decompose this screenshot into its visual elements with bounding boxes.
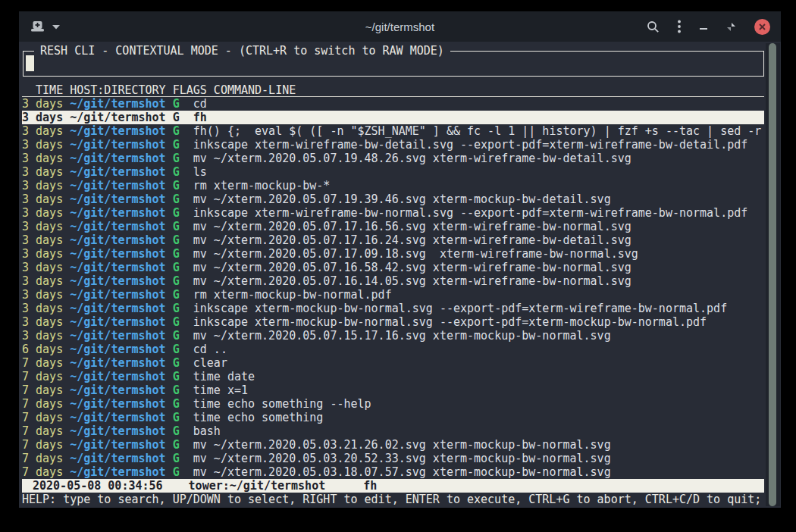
history-row[interactable]: 3 days ~/git/termshot G inkscape xterm-w… <box>22 138 764 152</box>
history-row[interactable]: 7 days ~/git/termshot G mv ~/xterm.2020.… <box>22 438 764 452</box>
row-flags: G <box>173 370 193 383</box>
row-flags: G <box>173 302 193 315</box>
row-command: mv ~/xterm.2020.05.07.19.48.26.svg xterm… <box>193 152 631 165</box>
scrollbar-handle[interactable] <box>769 43 776 506</box>
row-directory: ~/git/termshot <box>70 274 172 288</box>
history-row[interactable]: 3 days ~/git/termshot G mv ~/xterm.2020.… <box>22 220 764 233</box>
history-row[interactable]: 3 days ~/git/termshot G mv ~/xterm.2020.… <box>22 233 764 247</box>
row-directory: ~/git/termshot <box>70 411 172 424</box>
row-flags: G <box>173 288 193 302</box>
row-flags: G <box>173 424 193 438</box>
row-directory: ~/git/termshot <box>70 438 172 452</box>
history-row[interactable]: 3 days ~/git/termshot G inkscape xterm-w… <box>22 206 764 220</box>
history-row[interactable]: 3 days ~/git/termshot G cd <box>22 97 764 111</box>
row-flags: G <box>173 356 193 370</box>
status-bar: 2020-05-08 00:34:56tower:~/git/termshotf… <box>22 479 764 493</box>
history-row[interactable]: 3 days ~/git/termshot G fh() {; eval $( … <box>22 124 764 138</box>
history-row[interactable]: 3 days ~/git/termshot G fh <box>22 111 764 124</box>
row-flags: G <box>173 220 193 233</box>
scrollbar-track[interactable] <box>766 43 780 506</box>
row-directory: ~/git/termshot <box>70 356 172 370</box>
row-directory: ~/git/termshot <box>70 383 172 397</box>
history-row[interactable]: 7 days ~/git/termshot G time date <box>22 370 764 383</box>
history-row[interactable]: 3 days ~/git/termshot G inkscape xterm-m… <box>22 302 764 315</box>
row-directory: ~/git/termshot <box>70 397 172 411</box>
row-time: 3 days <box>22 179 70 192</box>
menu-button[interactable] <box>678 20 681 33</box>
row-directory: ~/git/termshot <box>70 302 172 315</box>
row-time: 3 days <box>22 124 70 138</box>
row-time: 3 days <box>22 97 70 111</box>
row-command: mv ~/xterm.2020.05.07.15.17.16.svg xterm… <box>193 329 611 343</box>
search-icon <box>647 20 660 33</box>
row-time: 7 days <box>22 424 70 438</box>
history-row[interactable]: 3 days ~/git/termshot G inkscape xterm-m… <box>22 315 764 329</box>
row-time: 3 days <box>22 233 70 247</box>
row-flags: G <box>173 274 193 288</box>
text-cursor <box>26 55 34 71</box>
list-header: TIME HOST:DIRECTORY FLAGS COMMAND-LINE <box>22 83 764 97</box>
history-row[interactable]: 3 days ~/git/termshot G rm xterm-mockup-… <box>22 288 764 302</box>
minimize-button[interactable] <box>699 22 708 31</box>
history-row[interactable]: 6 days ~/git/termshot G cd .. <box>22 343 764 356</box>
row-time: 3 days <box>22 152 70 165</box>
row-flags: G <box>173 179 193 192</box>
row-directory: ~/git/termshot <box>70 192 172 206</box>
history-row[interactable]: 3 days ~/git/termshot G mv ~/xterm.2020.… <box>22 261 764 274</box>
row-directory: ~/git/termshot <box>70 152 172 165</box>
row-time: 6 days <box>22 343 70 356</box>
row-command: inkscape xterm-wireframe-bw-normal.svg -… <box>193 206 748 220</box>
row-directory: ~/git/termshot <box>70 220 172 233</box>
search-box[interactable]: RESH CLI - CONTEXTUAL MODE - (CTRL+R to … <box>23 51 764 77</box>
history-row[interactable]: 7 days ~/git/termshot G bash <box>22 424 764 438</box>
row-directory: ~/git/termshot <box>70 288 172 302</box>
history-row[interactable]: 3 days ~/git/termshot G mv ~/xterm.2020.… <box>22 247 764 261</box>
status-datetime: 2020-05-08 00:34:56 <box>33 479 163 493</box>
history-row[interactable]: 3 days ~/git/termshot G rm xterm-mockup-… <box>22 179 764 192</box>
row-directory: ~/git/termshot <box>70 261 172 274</box>
history-row[interactable]: 3 days ~/git/termshot G mv ~/xterm.2020.… <box>22 192 764 206</box>
search-button[interactable] <box>647 20 660 33</box>
minimize-icon <box>699 22 708 31</box>
row-time: 7 days <box>22 370 70 383</box>
row-time: 3 days <box>22 165 70 179</box>
history-row[interactable]: 3 days ~/git/termshot G mv ~/xterm.2020.… <box>22 329 764 343</box>
restore-button[interactable] <box>726 22 736 32</box>
help-line: HELP: type to search, UP/DOWN to select,… <box>22 493 764 506</box>
row-flags: G <box>173 111 193 124</box>
history-row[interactable]: 7 days ~/git/termshot G time echo someth… <box>22 411 764 424</box>
row-time: 7 days <box>22 356 70 370</box>
history-row[interactable]: 7 days ~/git/termshot G time x=1 <box>22 383 764 397</box>
row-flags: G <box>173 438 193 452</box>
new-tab-icon <box>31 21 44 32</box>
row-time: 3 days <box>22 220 70 233</box>
history-row[interactable]: 3 days ~/git/termshot G ls <box>22 165 764 179</box>
row-flags: G <box>173 192 193 206</box>
new-tab-button[interactable] <box>31 21 44 32</box>
row-command: time echo something <box>193 411 324 424</box>
restore-icon <box>726 22 736 32</box>
history-row[interactable]: 7 days ~/git/termshot G time echo someth… <box>22 397 764 411</box>
row-flags: G <box>173 452 193 465</box>
row-directory: ~/git/termshot <box>70 370 172 383</box>
history-row[interactable]: 7 days ~/git/termshot G mv ~/xterm.2020.… <box>22 465 764 479</box>
row-time: 7 days <box>22 411 70 424</box>
row-flags: G <box>173 315 193 329</box>
history-row[interactable]: 3 days ~/git/termshot G mv ~/xterm.2020.… <box>22 152 764 165</box>
row-time: 7 days <box>22 438 70 452</box>
row-flags: G <box>173 138 193 152</box>
row-directory: ~/git/termshot <box>70 179 172 192</box>
row-flags: G <box>173 465 193 479</box>
row-flags: G <box>173 261 193 274</box>
row-command: mv ~/xterm.2020.05.07.17.09.18.svg xterm… <box>193 247 638 261</box>
row-time: 3 days <box>22 247 70 261</box>
row-command: mv ~/xterm.2020.05.03.18.07.57.svg xterm… <box>193 465 611 479</box>
row-command: mv ~/xterm.2020.05.03.21.26.02.svg xterm… <box>193 438 611 452</box>
tab-dropdown-button[interactable] <box>52 24 61 30</box>
row-directory: ~/git/termshot <box>70 247 172 261</box>
history-row[interactable]: 7 days ~/git/termshot G clear <box>22 356 764 370</box>
close-icon <box>758 23 766 31</box>
history-row[interactable]: 7 days ~/git/termshot G mv ~/xterm.2020.… <box>22 452 764 465</box>
history-row[interactable]: 3 days ~/git/termshot G mv ~/xterm.2020.… <box>22 274 764 288</box>
close-button[interactable] <box>754 19 770 35</box>
